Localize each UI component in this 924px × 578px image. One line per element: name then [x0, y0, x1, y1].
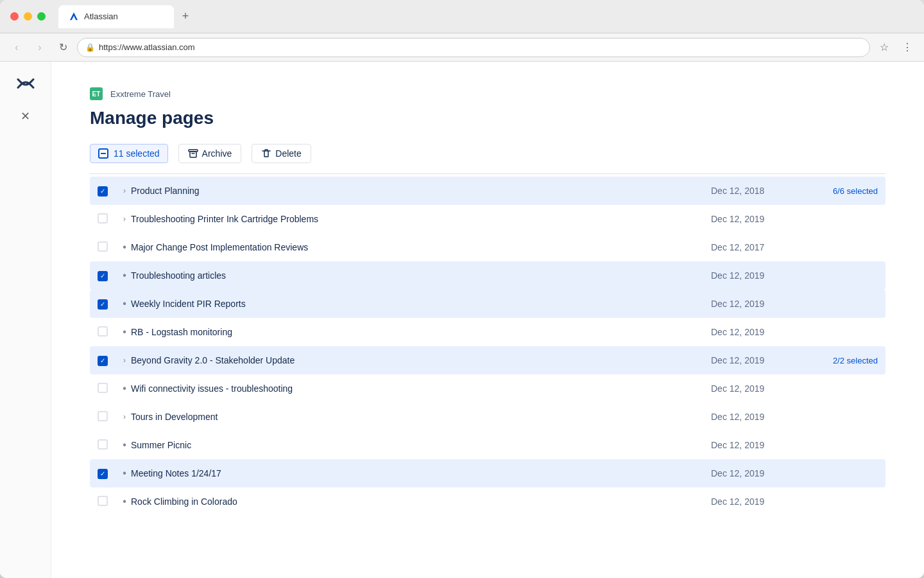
expand-icon[interactable]: › — [118, 186, 131, 195]
pages-list: ✓ › Product Planning Dec 12, 2018 6/6 se… — [90, 177, 886, 516]
breadcrumb-text: Exxtreme Travel — [110, 89, 171, 99]
checkbox-cell — [98, 213, 118, 225]
expand-icon[interactable]: › — [118, 215, 131, 223]
row-date: Dec 12, 2019 — [711, 412, 801, 422]
row-title: Wifi connectivity issues - troubleshooti… — [131, 383, 711, 394]
browser-window: Atlassian + ‹ › ↻ 🔒 https://www.atlassia… — [0, 0, 924, 578]
checkbox-cell — [98, 241, 118, 254]
active-tab[interactable]: Atlassian — [58, 5, 174, 28]
selected-badge[interactable]: 11 selected — [90, 144, 168, 163]
row-checkbox[interactable]: ✓ — [98, 271, 108, 281]
address-bar[interactable]: 🔒 https://www.atlassian.com — [77, 38, 870, 57]
row-title: Meeting Notes 1/24/17 — [131, 468, 711, 478]
selection-badge: 2/2 selected — [801, 356, 878, 365]
close-traffic-light[interactable] — [10, 12, 19, 21]
table-row[interactable]: › Troubleshooting Printer Ink Cartridge … — [90, 205, 886, 233]
row-checkbox[interactable]: ✓ — [98, 186, 108, 197]
action-bar: 11 selected Archive Delete — [90, 144, 886, 163]
bullet-icon: • — [118, 439, 131, 451]
row-title: Rock Climbing in Colorado — [131, 496, 711, 507]
back-button[interactable]: ‹ — [8, 39, 26, 57]
confluence-logo[interactable] — [17, 74, 35, 96]
row-checkbox[interactable]: ✓ — [98, 299, 108, 310]
main-content: ET Exxtreme Travel Manage pages 11 selec… — [51, 62, 924, 578]
expand-icon[interactable]: › — [118, 412, 131, 421]
checkbox-cell — [98, 439, 118, 451]
row-checkbox[interactable] — [98, 496, 108, 506]
minimize-traffic-light[interactable] — [24, 12, 32, 21]
row-title: Summer Picnic — [131, 440, 711, 450]
table-row[interactable]: • Summer Picnic Dec 12, 2019 — [90, 431, 886, 459]
space-icon: ET — [90, 87, 103, 100]
bullet-icon: • — [118, 383, 131, 394]
row-title: Major Change Post Implementation Reviews — [131, 242, 711, 252]
tab-title: Atlassian — [84, 12, 118, 21]
app-content: ✕ ET Exxtreme Travel Manage pages 11 sel… — [0, 62, 924, 578]
row-checkbox[interactable] — [98, 213, 108, 223]
row-checkbox[interactable] — [98, 383, 108, 393]
expand-icon[interactable]: › — [118, 356, 131, 365]
row-title: Troubleshooting articles — [131, 270, 711, 281]
row-checkbox[interactable]: ✓ — [98, 356, 108, 366]
table-row[interactable]: › Tours in Development Dec 12, 2019 — [90, 403, 886, 431]
svg-rect-1 — [190, 152, 196, 157]
row-date: Dec 12, 2019 — [711, 496, 801, 507]
delete-icon — [261, 148, 271, 159]
table-row[interactable]: ✓ • Weekly Incident PIR Reports Dec 12, … — [90, 290, 886, 318]
bullet-icon: • — [118, 298, 131, 310]
indeterminate-checkbox[interactable] — [98, 148, 108, 159]
row-title: Troubleshooting Printer Ink Cartridge Pr… — [131, 214, 711, 224]
browser-titlebar: Atlassian + — [0, 0, 924, 33]
table-row[interactable]: ✓ • Meeting Notes 1/24/17 Dec 12, 2019 — [90, 459, 886, 487]
indeterminate-line — [101, 153, 106, 154]
table-row[interactable]: ✓ › Beyond Gravity 2.0 - Stakeholder Upd… — [90, 346, 886, 374]
traffic-lights — [10, 12, 46, 21]
breadcrumb: ET Exxtreme Travel — [90, 87, 886, 100]
bullet-icon: • — [118, 241, 131, 253]
add-tab-button[interactable]: + — [176, 8, 194, 26]
url-text: https://www.atlassian.com — [99, 42, 195, 52]
checkbox-cell: ✓ — [98, 270, 118, 281]
checkbox-cell — [98, 496, 118, 508]
table-divider — [90, 173, 886, 174]
menu-button[interactable]: ⋮ — [898, 39, 916, 57]
row-title: Beyond Gravity 2.0 - Stakeholder Update — [131, 355, 711, 365]
fullscreen-traffic-light[interactable] — [37, 12, 46, 21]
refresh-button[interactable]: ↻ — [54, 39, 72, 57]
row-date: Dec 12, 2019 — [711, 327, 801, 337]
archive-button[interactable]: Archive — [178, 144, 242, 163]
archive-icon — [188, 148, 198, 159]
table-row[interactable]: • Wifi connectivity issues - troubleshoo… — [90, 374, 886, 403]
row-checkbox[interactable] — [98, 439, 108, 450]
table-row[interactable]: ✓ • Troubleshooting articles Dec 12, 201… — [90, 261, 886, 290]
table-row[interactable]: ✓ › Product Planning Dec 12, 2018 6/6 se… — [90, 177, 886, 205]
row-checkbox[interactable] — [98, 411, 108, 421]
table-row[interactable]: • Major Change Post Implementation Revie… — [90, 233, 886, 261]
page-title: Manage pages — [90, 108, 886, 128]
row-checkbox[interactable] — [98, 241, 108, 252]
archive-label: Archive — [202, 148, 232, 159]
row-date: Dec 12, 2019 — [711, 383, 801, 394]
atlassian-favicon — [69, 12, 79, 22]
row-checkbox[interactable] — [98, 326, 108, 337]
checkbox-cell — [98, 326, 118, 338]
bullet-icon: • — [118, 468, 131, 479]
table-row[interactable]: • Rock Climbing in Colorado Dec 12, 2019 — [90, 487, 886, 516]
row-date: Dec 12, 2018 — [711, 186, 801, 196]
checkbox-cell: ✓ — [98, 298, 118, 310]
checkbox-cell — [98, 411, 118, 423]
bullet-icon: • — [118, 270, 131, 281]
row-date: Dec 12, 2019 — [711, 468, 801, 478]
row-title: RB - Logstash monitoring — [131, 327, 711, 337]
checkbox-cell: ✓ — [98, 468, 118, 479]
sidebar-close-button[interactable]: ✕ — [21, 109, 30, 123]
row-checkbox[interactable]: ✓ — [98, 469, 108, 479]
row-title: Product Planning — [131, 186, 711, 196]
delete-button[interactable]: Delete — [252, 144, 311, 163]
selected-count: 11 selected — [114, 148, 160, 159]
bookmark-button[interactable]: ☆ — [875, 39, 893, 57]
sidebar: ✕ — [0, 62, 51, 578]
table-row[interactable]: • RB - Logstash monitoring Dec 12, 2019 — [90, 318, 886, 346]
forward-button[interactable]: › — [31, 39, 49, 57]
delete-label: Delete — [275, 148, 301, 159]
